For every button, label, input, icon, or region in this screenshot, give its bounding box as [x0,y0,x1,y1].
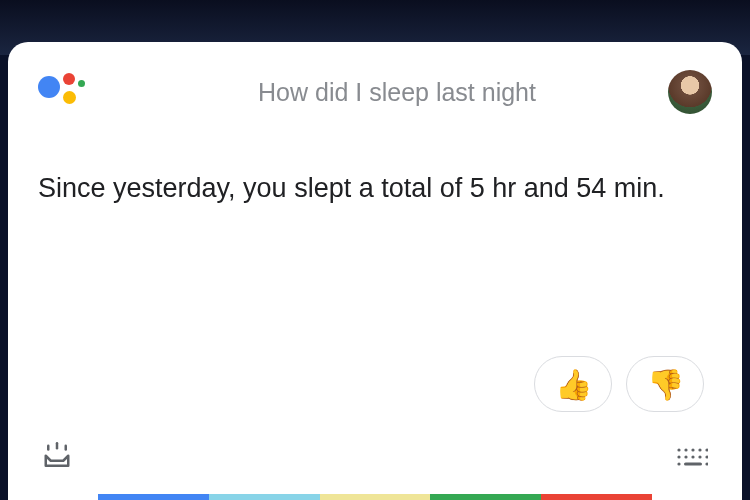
user-avatar[interactable] [668,70,712,114]
svg-point-5 [691,448,694,451]
thumbs-up-button[interactable]: 👍 [534,356,612,412]
svg-point-12 [705,455,708,458]
thumbs-down-button[interactable]: 👎 [626,356,704,412]
feedback-row: 👍 👎 [38,356,712,412]
user-query-text: How did I sleep last night [146,78,648,107]
svg-point-4 [684,448,687,451]
keyboard-icon[interactable] [676,447,708,471]
assistant-response-text: Since yesterday, you slept a total of 5 … [38,169,712,208]
svg-point-8 [677,455,680,458]
svg-point-6 [698,448,701,451]
assistant-logo-icon [38,73,86,111]
svg-point-15 [705,462,708,465]
svg-point-10 [691,455,694,458]
thumbs-up-icon: 👍 [555,367,592,402]
thumbs-down-icon: 👎 [647,367,684,402]
svg-point-9 [684,455,687,458]
svg-point-3 [677,448,680,451]
svg-point-7 [705,448,708,451]
svg-rect-14 [684,462,702,465]
bottom-toolbar [38,442,712,500]
card-header: How did I sleep last night [38,70,712,114]
explore-icon[interactable] [42,442,72,476]
assistant-accent-bar [98,494,652,500]
assistant-card: How did I sleep last night Since yesterd… [8,42,742,500]
svg-point-11 [698,455,701,458]
svg-point-13 [677,462,680,465]
